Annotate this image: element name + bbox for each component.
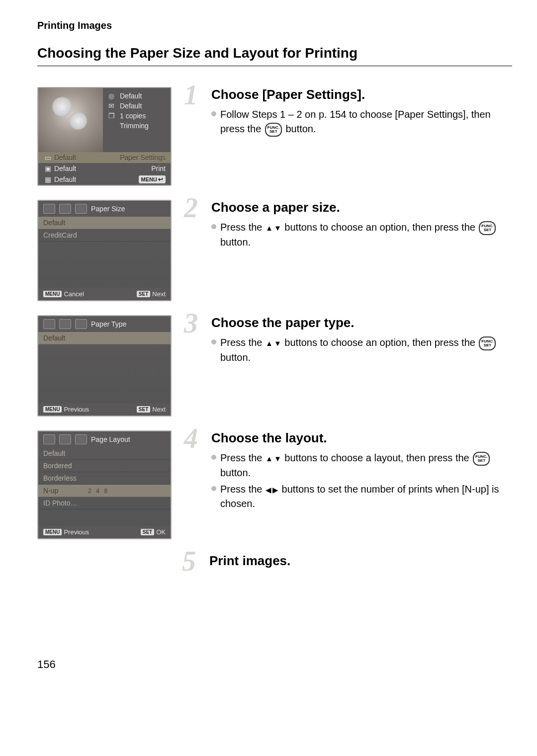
tab-icon: [59, 204, 71, 214]
step-1-title: Choose [Paper Settings].: [211, 87, 512, 102]
up-arrow-icon: ▲: [266, 223, 273, 234]
setting-label: Default: [54, 175, 76, 183]
func-set-button-icon: FUNC.SET: [265, 123, 282, 137]
func-set-button-icon: FUNC.SET: [479, 336, 496, 350]
list-item[interactable]: ID Photo…: [38, 497, 171, 509]
step-4-title: Choose the layout.: [211, 430, 512, 446]
layout-icon: ▦: [43, 176, 52, 183]
func-set-button-icon: FUNC.SET: [473, 452, 490, 466]
tab-icon: [75, 204, 87, 214]
menu-return-button[interactable]: MENU: [139, 175, 166, 183]
printer-icon: ▣: [43, 165, 52, 172]
func-set-button-icon: FUNC.SET: [479, 221, 496, 235]
step-5-title: Print images.: [209, 553, 512, 569]
setting-label: Default: [120, 102, 142, 110]
list-item[interactable]: Default: [38, 447, 171, 460]
step-number-2: 2: [184, 194, 198, 222]
screen-title: Paper Type: [91, 320, 126, 328]
screen-title: Paper Size: [91, 205, 125, 213]
paper-settings-button[interactable]: Paper Settings: [120, 154, 166, 162]
setting-label: Default: [54, 154, 76, 162]
tab-icon: [59, 319, 71, 329]
title-rule: [37, 65, 512, 67]
down-arrow-icon: ▼: [274, 453, 281, 464]
header-section: Printing Images: [37, 20, 512, 31]
screen-page-layout: Page Layout Default Bordered Borderless …: [37, 430, 172, 539]
previous-button[interactable]: MENUPrevious: [43, 528, 89, 536]
page-number: 156: [37, 658, 512, 671]
up-arrow-icon: ▲: [266, 338, 273, 349]
tab-icon: [59, 434, 71, 444]
setting-label: 1 copies: [120, 112, 146, 120]
tab-icon: [75, 434, 87, 444]
ok-button[interactable]: SETOK: [141, 528, 166, 536]
paper-icon: ▭: [43, 154, 52, 161]
left-arrow-icon: ◀: [266, 485, 271, 496]
bullet-icon: [211, 111, 216, 116]
nup-values: 2 4 8: [88, 488, 109, 495]
step-number-4: 4: [184, 424, 198, 452]
page-title: Choosing the Paper Size and Layout for P…: [37, 45, 512, 61]
list-item-nup[interactable]: N-up2 4 8: [38, 485, 171, 497]
setting-label: Default: [54, 165, 76, 172]
up-arrow-icon: ▲: [266, 453, 273, 464]
setting-label: Default: [120, 92, 142, 100]
photo-thumbnail: [38, 88, 103, 152]
cancel-button[interactable]: MENUCancel: [43, 290, 84, 298]
tab-icon: [75, 319, 87, 329]
previous-button[interactable]: MENUPrevious: [43, 406, 89, 413]
screen-paper-type: Paper Type Default MENUPrevious SETNext: [37, 315, 172, 417]
down-arrow-icon: ▼: [274, 223, 281, 234]
screen-print-settings: ◎Default ✉Default ❐1 copies Trimming ▭ D…: [37, 87, 172, 186]
bullet-icon: [211, 224, 216, 229]
step-3-body: Press the ▲▼ buttons to choose an option…: [220, 336, 512, 365]
check-circle-icon: ◎: [107, 92, 116, 99]
step-2-body: Press the ▲▼ buttons to choose an option…: [220, 220, 512, 250]
step-number-3: 3: [184, 309, 198, 337]
right-arrow-icon: ▶: [272, 485, 278, 496]
step-4-body-2: Press the ◀▶ buttons to set the number o…: [220, 482, 512, 511]
bullet-icon: [211, 486, 216, 491]
tab-icon: [43, 319, 55, 329]
list-item[interactable]: Bordered: [38, 460, 171, 472]
list-item[interactable]: CreditCard: [38, 229, 171, 242]
blank-icon: [107, 122, 116, 129]
bullet-icon: [211, 455, 216, 460]
step-3-title: Choose the paper type.: [211, 315, 512, 331]
envelope-icon: ✉: [107, 102, 116, 109]
down-arrow-icon: ▼: [274, 338, 281, 349]
screen-title: Page Layout: [91, 435, 130, 443]
list-item[interactable]: Borderless: [38, 472, 171, 485]
step-1-body: Follow Steps 1 – 2 on p. 154 to choose […: [220, 107, 512, 137]
screen-paper-size: Paper Size Default CreditCard MENUCancel…: [37, 200, 172, 301]
step-4-body-1: Press the ▲▼ buttons to choose a layout,…: [220, 451, 512, 480]
next-button[interactable]: SETNext: [137, 290, 166, 298]
list-item[interactable]: Default: [38, 217, 171, 229]
step-2-title: Choose a paper size.: [211, 200, 512, 215]
step-number-5: 5: [182, 547, 196, 575]
setting-label: Trimming: [120, 122, 149, 130]
copies-icon: ❐: [107, 112, 116, 119]
next-button[interactable]: SETNext: [137, 406, 166, 413]
print-button[interactable]: Print: [151, 165, 166, 172]
tab-icon: [43, 434, 55, 444]
tab-icon: [43, 204, 55, 214]
bullet-icon: [211, 339, 216, 344]
step-number-1: 1: [184, 81, 198, 109]
list-item[interactable]: Default: [38, 332, 171, 344]
